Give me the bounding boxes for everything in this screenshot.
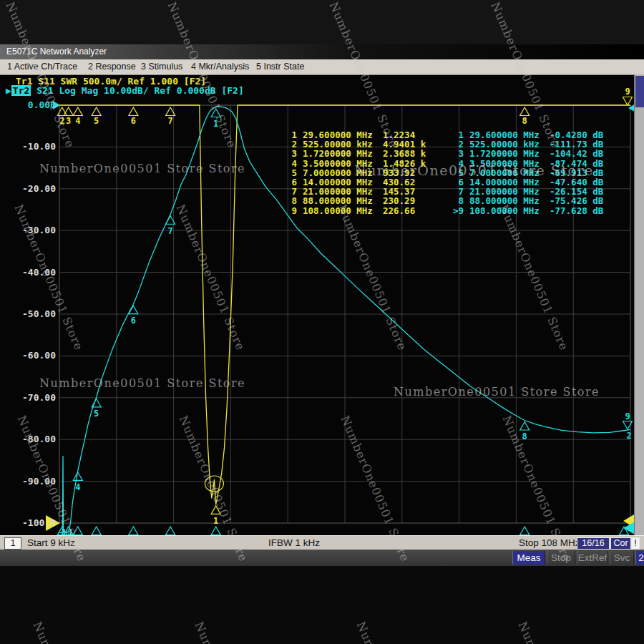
y-axis-label: -20.00: [0, 184, 56, 194]
marker-table-row: 9108.00000 MHz226.66: [286, 206, 426, 215]
y-axis-label: -40.00: [0, 268, 56, 278]
scroll-thumb[interactable]: [635, 76, 644, 107]
ifbw-label[interactable]: IFBW 1 kHz: [268, 537, 320, 548]
marker-table-tr1: 129.600000 MHz1.22342525.00000 kHz4.9401…: [286, 130, 426, 215]
y-axis-label: -100.0: [0, 518, 56, 528]
menu-item-4[interactable]: 4 Mkr/Analysis: [191, 59, 249, 74]
y-axis-label: -80.00: [0, 434, 56, 444]
trace2-status-line[interactable]: ▶Tr2 S21 Log Mag 10.00dB/ Ref 0.000dB [F…: [0, 86, 635, 95]
taskbar-button-extref[interactable]: ExtRef: [577, 551, 608, 565]
taskbar-button-stop[interactable]: Stop: [547, 551, 575, 565]
y-axis-label: -60.00: [0, 351, 56, 361]
active-trace-arrow-icon: ▶: [6, 85, 11, 96]
menu-item-3[interactable]: 3 Stimulus: [141, 59, 182, 74]
y-axis-label: -90.00: [0, 477, 56, 487]
instrument-taskbar: MeasStopExtRefSvc2: [0, 550, 644, 566]
alert-badge[interactable]: !: [631, 537, 640, 550]
screenshot-root: E5071C Network Analyzer 1 Active Ch/Trac…: [0, 0, 644, 644]
taskbar-button-meas[interactable]: Meas: [512, 551, 545, 565]
marker-table-tr2: 129.600000 MHz-0.4280 dB2525.00000 kHz-1…: [452, 130, 603, 215]
menu-item-1[interactable]: 1 Active Ch/Trace: [7, 59, 77, 74]
window-titlebar[interactable]: E5071C Network Analyzer: [0, 44, 644, 59]
desktop-bottom-strip: [0, 566, 644, 644]
taskbar-button-2[interactable]: 2: [635, 551, 644, 565]
y-axis-label: -70.00: [0, 393, 56, 403]
channel-number-box: 1: [4, 537, 21, 550]
y-axis-label: -30.00: [0, 225, 56, 235]
trace2-id: Tr2: [11, 85, 31, 96]
right-window-edge[interactable]: [634, 74, 644, 535]
correction-badge[interactable]: Cor: [610, 537, 631, 550]
menu-item-2[interactable]: 2 Response: [88, 59, 136, 74]
y-axis-label: 0.000: [0, 100, 56, 110]
stop-frequency-label[interactable]: Stop 108 MHz: [519, 537, 580, 548]
marker-table-row: >9108.00000 MHz-77.628 dB: [452, 206, 603, 215]
points-badge[interactable]: 16/16: [577, 537, 610, 550]
status-bar: 1 Start 9 kHz IFBW 1 kHz Stop 108 MHz 16…: [0, 535, 644, 550]
start-frequency-label[interactable]: Start 9 kHz: [27, 537, 75, 548]
menu-bar: 1 Active Ch/Trace2 Response3 Stimulus4 M…: [0, 59, 644, 75]
taskbar-button-svc[interactable]: Svc: [610, 551, 634, 565]
y-axis-label: -50.00: [0, 309, 56, 319]
y-axis-label: -10.00: [0, 142, 56, 152]
menu-item-5[interactable]: 5 Instr State: [256, 59, 304, 74]
trace2-format: S21 Log Mag 10.00dB/ Ref 0.000dB [F2]: [31, 85, 243, 96]
desktop-top-strip: [0, 0, 644, 44]
window-title: E5071C Network Analyzer: [6, 47, 107, 57]
